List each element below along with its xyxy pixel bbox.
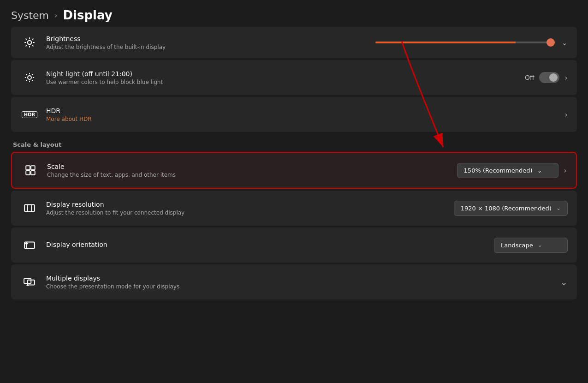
brightness-slider-thumb[interactable]	[546, 38, 555, 47]
display-resolution-right: 1920 × 1080 (Recommended) ⌄	[454, 201, 568, 216]
svg-point-9	[28, 76, 31, 79]
svg-line-17	[32, 74, 33, 75]
scale-title: Scale	[47, 163, 457, 170]
night-light-toggle[interactable]	[539, 72, 559, 83]
multiple-displays-row: Multiple displays Choose the presentatio…	[11, 264, 577, 299]
svg-rect-21	[26, 171, 30, 175]
scale-row-wrapper: Scale Change the size of text, apps, and…	[11, 152, 577, 189]
brightness-icon	[20, 33, 39, 52]
display-resolution-dropdown[interactable]: 1920 × 1080 (Recommended) ⌄	[454, 201, 568, 216]
brightness-subtitle: Adjust the brightness of the built-in di…	[46, 44, 298, 50]
brightness-row: Brightness Adjust the brightness of the …	[11, 27, 577, 58]
breadcrumb-chevron: ›	[54, 11, 57, 20]
night-light-subtitle: Use warmer colors to help block blue lig…	[46, 79, 525, 85]
display-orientation-chevron-icon: ⌄	[538, 242, 542, 248]
night-light-chevron-icon[interactable]: ›	[565, 73, 568, 82]
svg-rect-23	[24, 204, 35, 211]
svg-line-6	[32, 45, 33, 46]
multiple-displays-text: Multiple displays Choose the presentatio…	[46, 275, 558, 290]
night-light-row: Night light (off until 21:00) Use warmer…	[11, 60, 577, 95]
svg-line-14	[26, 74, 27, 75]
scale-dropdown-chevron-icon: ⌄	[537, 167, 542, 174]
scale-dropdown[interactable]: 150% (Recommended) ⌄	[457, 163, 558, 178]
night-light-right: Off ›	[525, 72, 568, 83]
scale-value: 150% (Recommended)	[464, 167, 533, 174]
brightness-text: Brightness Adjust the brightness of the …	[46, 35, 298, 50]
svg-rect-22	[31, 171, 35, 175]
brightness-slider-track[interactable]	[375, 42, 551, 43]
display-orientation-title: Display orientation	[46, 241, 494, 248]
scale-right: 150% (Recommended) ⌄ ›	[457, 163, 567, 178]
display-orientation-text: Display orientation	[46, 241, 494, 250]
night-light-text: Night light (off until 21:00) Use warmer…	[46, 70, 525, 85]
brightness-title: Brightness	[46, 35, 298, 42]
scale-expand-icon[interactable]: ›	[564, 166, 567, 175]
display-orientation-icon	[20, 236, 39, 254]
svg-rect-19	[26, 166, 30, 170]
svg-point-0	[28, 41, 32, 45]
scale-icon	[21, 161, 40, 180]
brightness-expand-icon[interactable]: ⌄	[562, 38, 568, 47]
svg-line-7	[26, 45, 27, 46]
svg-line-16	[26, 80, 27, 81]
display-resolution-chevron-icon: ⌄	[556, 205, 561, 211]
display-resolution-subtitle: Adjust the resolution to fit your connec…	[46, 209, 454, 216]
scale-layout-section-label: Scale & layout	[11, 134, 577, 152]
display-resolution-title: Display resolution	[46, 201, 454, 208]
hdr-subtitle[interactable]: More about HDR	[46, 116, 563, 122]
breadcrumb-system[interactable]: System	[11, 10, 49, 21]
display-resolution-icon	[20, 199, 39, 217]
multiple-displays-subtitle: Choose the presentation mode for your di…	[46, 283, 558, 290]
display-orientation-right: Landscape ⌄	[494, 238, 568, 253]
multiple-displays-icon	[20, 273, 39, 291]
hdr-right: ›	[563, 110, 568, 119]
scale-row: Scale Change the size of text, apps, and…	[11, 152, 577, 189]
display-orientation-value: Landscape	[501, 242, 533, 249]
svg-line-5	[26, 39, 27, 40]
svg-line-8	[32, 39, 33, 40]
display-orientation-row: Display orientation Landscape ⌄	[11, 227, 577, 263]
multiple-displays-expand-icon[interactable]: ⌄	[560, 276, 568, 287]
night-light-title: Night light (off until 21:00)	[46, 70, 525, 78]
display-resolution-text: Display resolution Adjust the resolution…	[46, 201, 454, 216]
hdr-icon: HDR	[20, 105, 39, 124]
hdr-title: HDR	[46, 107, 563, 114]
night-light-toggle-container: Off	[525, 72, 559, 83]
svg-line-15	[32, 80, 33, 81]
svg-rect-20	[31, 166, 35, 170]
page-header: System › Display	[0, 0, 588, 27]
settings-container: Brightness Adjust the brightness of the …	[0, 27, 588, 299]
hdr-chevron-icon[interactable]: ›	[565, 110, 568, 119]
display-resolution-value: 1920 × 1080 (Recommended)	[461, 205, 552, 212]
multiple-displays-right: ⌄	[558, 276, 568, 287]
hdr-row: HDR HDR More about HDR ›	[11, 97, 577, 132]
hdr-text: HDR More about HDR	[46, 107, 563, 122]
multiple-displays-title: Multiple displays	[46, 275, 558, 282]
night-light-icon	[20, 68, 39, 87]
night-light-toggle-label: Off	[525, 74, 535, 81]
display-orientation-dropdown[interactable]: Landscape ⌄	[494, 238, 568, 253]
breadcrumb-display: Display	[63, 8, 112, 22]
display-resolution-row: Display resolution Adjust the resolution…	[11, 191, 577, 226]
brightness-slider-container[interactable]	[298, 42, 554, 43]
scale-text: Scale Change the size of text, apps, and…	[47, 163, 457, 178]
scale-subtitle: Change the size of text, apps, and other…	[47, 172, 457, 178]
